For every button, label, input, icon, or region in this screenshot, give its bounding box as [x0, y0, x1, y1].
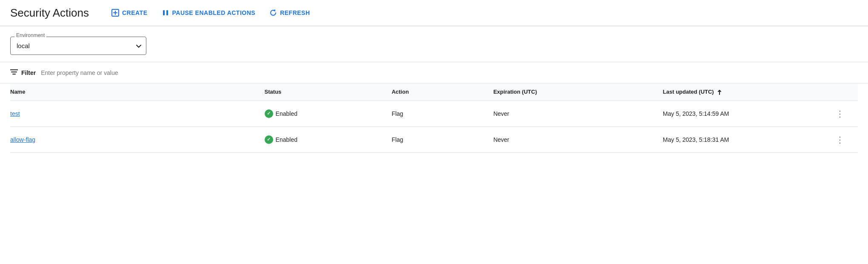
refresh-button[interactable]: REFRESH	[264, 5, 315, 20]
cell-action-0: Flag	[391, 100, 493, 126]
cell-status-0: ✓ Enabled	[265, 100, 392, 126]
table-container: Name Status Action Expiration (UTC) Last…	[0, 83, 868, 153]
svg-rect-4	[166, 10, 168, 15]
col-header-status: Status	[265, 83, 392, 100]
pause-button[interactable]: PAUSE ENABLED ACTIONS	[156, 5, 261, 20]
name-link-0[interactable]: test	[10, 110, 20, 117]
environment-section: Environment local staging production	[0, 26, 868, 62]
row-menu-button-0[interactable]: ⋮	[832, 108, 848, 120]
cell-lastupdated-0: May 5, 2023, 5:14:59 AM	[663, 100, 832, 126]
svg-rect-3	[163, 10, 165, 15]
col-header-expiration: Expiration (UTC)	[493, 83, 662, 100]
create-button[interactable]: CREATE	[106, 5, 153, 20]
col-header-menu	[832, 83, 858, 100]
environment-select[interactable]: local staging production	[10, 37, 146, 55]
col-header-lastupdated[interactable]: Last updated (UTC)	[663, 83, 832, 100]
cell-menu-0: ⋮	[832, 100, 858, 126]
enabled-icon-0: ✓	[265, 109, 273, 118]
create-label: CREATE	[122, 9, 148, 16]
table-header-row: Name Status Action Expiration (UTC) Last…	[10, 83, 858, 100]
environment-label: Environment	[14, 32, 46, 38]
pause-icon	[161, 9, 170, 17]
page-header: Security Actions CREATE PAUSE ENABLED AC	[0, 0, 868, 26]
status-label-1: Enabled	[276, 136, 297, 143]
cell-lastupdated-1: May 5, 2023, 5:18:31 AM	[663, 126, 832, 152]
row-menu-button-1[interactable]: ⋮	[832, 134, 848, 146]
filter-input[interactable]	[41, 69, 858, 76]
filter-button[interactable]: Filter	[10, 67, 36, 78]
col-header-name: Name	[10, 83, 265, 100]
cell-action-1: Flag	[391, 126, 493, 152]
plus-square-icon	[111, 9, 120, 17]
header-actions: CREATE PAUSE ENABLED ACTIONS REFRESH	[106, 5, 315, 20]
table-row: test ✓ Enabled Flag Never May 5, 2023, 5…	[10, 100, 858, 126]
name-link-1[interactable]: allow-flag	[10, 136, 35, 143]
cell-expiration-1: Never	[493, 126, 662, 152]
col-header-action: Action	[391, 83, 493, 100]
security-actions-table: Name Status Action Expiration (UTC) Last…	[10, 83, 858, 153]
filter-label: Filter	[21, 69, 36, 76]
cell-name-1: allow-flag	[10, 126, 265, 152]
cell-menu-1: ⋮	[832, 126, 858, 152]
sort-arrow-icon	[717, 89, 722, 95]
refresh-icon	[269, 9, 277, 17]
environment-select-wrapper: Environment local staging production	[10, 37, 146, 55]
enabled-icon-1: ✓	[265, 135, 273, 144]
cell-name-0: test	[10, 100, 265, 126]
table-row: allow-flag ✓ Enabled Flag Never May 5, 2…	[10, 126, 858, 152]
cell-status-1: ✓ Enabled	[265, 126, 392, 152]
page-title: Security Actions	[10, 6, 89, 20]
cell-expiration-0: Never	[493, 100, 662, 126]
pause-label: PAUSE ENABLED ACTIONS	[172, 9, 256, 16]
filter-bar: Filter	[0, 62, 868, 83]
refresh-label: REFRESH	[280, 9, 310, 16]
filter-icon	[10, 69, 18, 76]
status-label-0: Enabled	[276, 110, 297, 117]
